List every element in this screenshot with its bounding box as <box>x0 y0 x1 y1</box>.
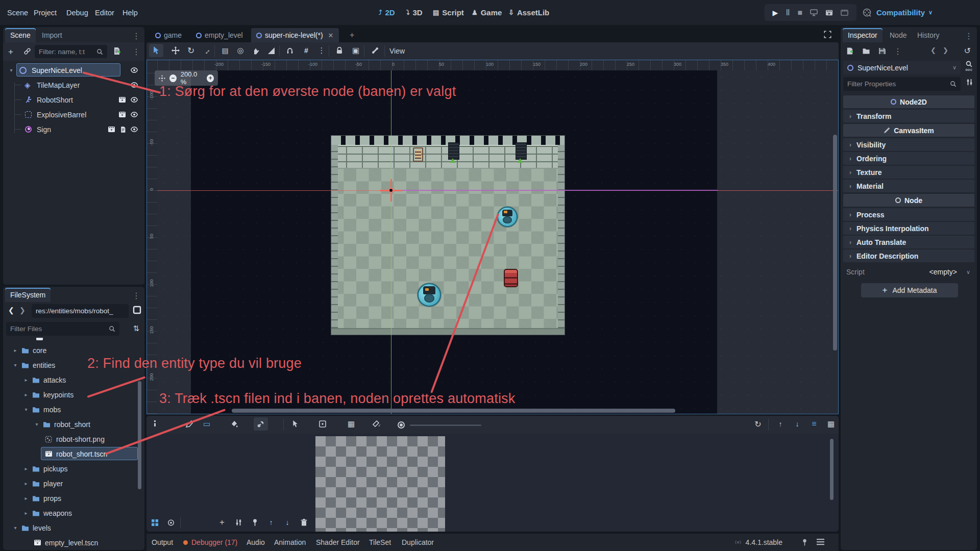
property-tools-icon[interactable] <box>966 79 973 86</box>
renderer-selector[interactable]: Compatibility∨ <box>876 0 933 25</box>
tile-grid-tool[interactable]: ▦ <box>344 417 358 431</box>
workspace-assetlib[interactable]: ⇩AssetLib <box>508 0 549 25</box>
pin-bottom-panel-icon[interactable] <box>802 539 807 546</box>
menu-project[interactable]: Project <box>29 0 62 25</box>
open-docs-icon[interactable]: DOC <box>965 61 973 71</box>
attach-script-button[interactable] <box>112 47 120 55</box>
tree-row-tilemaplayer[interactable]: ◈ TileMapLayer <box>5 78 142 92</box>
lock-icon[interactable] <box>332 44 347 57</box>
tile-random-toggle[interactable] <box>398 421 405 429</box>
tile-grid-view-toggle[interactable] <box>148 516 162 529</box>
fs-row-mobs[interactable]: ▾ mobs <box>5 402 142 417</box>
expand-bottom-panel-icon[interactable] <box>817 539 824 545</box>
section-visibility[interactable]: ›Visibility <box>843 138 974 151</box>
section-editor-description[interactable]: ›Editor Description <box>843 249 974 262</box>
chevron-collapsed-icon[interactable]: ▸ <box>23 495 29 501</box>
visibility-eye-icon[interactable] <box>130 81 138 89</box>
section-physics-interpolation[interactable]: ›Physics Interpolation <box>843 222 974 235</box>
move-tool[interactable] <box>168 44 183 57</box>
edited-object-selector[interactable]: SuperNiceLevel ∨ <box>843 61 961 74</box>
visibility-eye-icon[interactable] <box>130 126 138 133</box>
ruler-tool[interactable] <box>264 44 278 57</box>
vent-sprite[interactable] <box>448 142 459 160</box>
tab-super-nice-level[interactable]: super-nice-level(*) ✕ <box>251 28 339 42</box>
fs-row-attacks[interactable]: ▸ attacks <box>5 372 142 387</box>
visibility-eye-icon[interactable] <box>130 111 138 118</box>
workspace-2d[interactable]: ⤴2D <box>379 0 395 25</box>
zoom-out-button[interactable]: − <box>169 74 177 82</box>
pan-tool[interactable] <box>249 44 263 57</box>
chevron-collapsed-icon[interactable]: ▸ <box>23 377 29 383</box>
tile-eraser-tool[interactable] <box>369 417 383 431</box>
tab-node[interactable]: Node <box>885 28 912 42</box>
tilemap-sync-icon[interactable]: ↻ <box>751 417 765 431</box>
fs-row-pickups[interactable]: ▸ pickups <box>5 461 142 476</box>
add-tile-source-button[interactable]: + <box>215 516 229 529</box>
bottom-tab-audio[interactable]: Audio <box>247 534 265 551</box>
scale-tool[interactable]: ↔ <box>199 44 213 57</box>
chevron-collapsed-icon[interactable]: ▸ <box>23 466 29 471</box>
tab-filesystem[interactable]: FileSystem <box>5 288 51 302</box>
script-value[interactable]: <empty> <box>929 268 957 276</box>
history-forward-icon[interactable]: ❯ <box>943 46 948 54</box>
instanced-scene-icon[interactable] <box>118 96 126 103</box>
fs-row-robot-short-png[interactable]: robot-short.png <box>5 432 142 446</box>
section-transform[interactable]: ›Transform <box>843 110 974 122</box>
workspace-script[interactable]: ▤Script <box>433 0 464 25</box>
dock-menu-icon[interactable]: ⋮ <box>965 31 973 41</box>
tree-row-sign[interactable]: Sign <box>5 122 142 137</box>
chevron-expanded-icon[interactable]: ▾ <box>12 525 18 531</box>
zoom-in-button[interactable]: + <box>207 74 214 82</box>
bottom-tab-output[interactable]: Output <box>152 534 173 551</box>
visibility-eye-icon[interactable] <box>130 66 138 74</box>
menu-debug[interactable]: Debug <box>61 0 93 25</box>
bottom-tab-shader-editor[interactable]: Shader Editor <box>316 534 360 551</box>
grid-snap-icon[interactable]: # <box>299 44 313 57</box>
play-custom-scene-button[interactable] <box>841 9 848 16</box>
bottom-tab-duplicator[interactable]: Duplicator <box>402 534 434 551</box>
play-button[interactable]: ▶ <box>773 9 778 17</box>
move-source-up-icon[interactable]: ↑ <box>264 516 278 529</box>
new-tab-button[interactable]: + <box>350 31 354 40</box>
add-node-button[interactable]: + <box>8 47 13 57</box>
tab-import[interactable]: Import <box>37 28 67 42</box>
sign-sprite[interactable] <box>413 147 423 162</box>
resource-menu-icon[interactable]: ⋮ <box>894 46 902 56</box>
chevron-collapsed-icon[interactable]: ▸ <box>12 347 18 353</box>
fs-row-empty-level-tscn[interactable]: empty_level.tscn <box>5 535 142 548</box>
object-history-icon[interactable]: ↺ <box>964 46 971 56</box>
list-select-tool[interactable]: ▤ <box>218 44 232 57</box>
menu-help[interactable]: Help <box>117 0 143 25</box>
tile-dot-rect-tool[interactable] <box>315 417 330 431</box>
new-resource-icon[interactable] <box>846 47 853 55</box>
bottom-tab-debugger[interactable]: Debugger (17) <box>183 534 237 551</box>
zoom-level[interactable]: 200.0 % <box>181 70 203 86</box>
add-metadata-button[interactable]: + Add Metadata <box>861 283 958 297</box>
tab-empty-level[interactable]: empty_level <box>191 28 248 42</box>
tree-row-explosivebarrel[interactable]: ExplosiveBarrel <box>5 107 142 122</box>
close-icon[interactable]: ✕ <box>328 32 334 39</box>
tree-row-robotshort[interactable]: RobotShort <box>5 92 142 107</box>
layer-list-icon[interactable]: ≡ <box>807 417 821 431</box>
tile-visibility-icon[interactable] <box>164 516 178 529</box>
fs-row-core[interactable]: ▸ core <box>5 343 142 358</box>
tree-row-supernicelevel[interactable]: ▾ SuperNiceLevel <box>5 63 142 78</box>
visibility-eye-icon[interactable] <box>130 96 138 104</box>
path-bar[interactable]: res://entities/mobs/robot_ <box>32 304 129 318</box>
fs-row-robot-short-folder[interactable]: ▾ robot_short <box>5 417 142 432</box>
expand-viewport-icon[interactable] <box>824 31 831 38</box>
bottom-tab-tileset[interactable]: TileSet <box>369 534 391 551</box>
tile-source-filter-icon[interactable] <box>231 516 246 529</box>
fs-row-entities[interactable]: ▾ entities <box>5 358 142 372</box>
fs-row-props[interactable]: ▸ props <box>5 491 142 506</box>
filesystem-scrollbar[interactable] <box>138 381 141 489</box>
tab-inspector[interactable]: Inspector <box>843 28 883 42</box>
play-scene-button[interactable] <box>825 9 833 16</box>
2d-viewport[interactable]: -200 -150 -100 -50 0 50 100 150 200 250 … <box>146 60 839 414</box>
tile-atlas-view-icon[interactable]: ▦ <box>824 417 838 431</box>
save-resource-icon[interactable] <box>878 47 886 55</box>
rotate-tool[interactable]: ↻ <box>184 44 198 57</box>
move-source-down-icon[interactable]: ↓ <box>280 516 295 529</box>
scene-filter-input[interactable]: Filter: name, t:t <box>35 45 107 58</box>
group-icon[interactable]: ▣ <box>349 44 363 57</box>
